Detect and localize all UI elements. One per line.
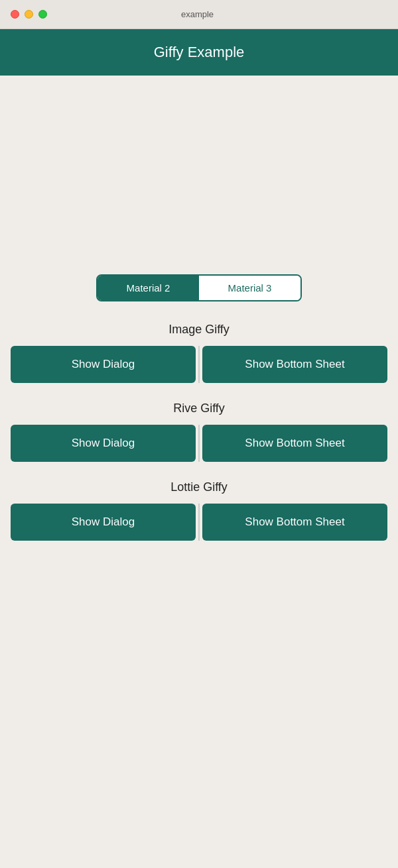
app-header: Giffy Example [0,29,398,76]
rive-giffy-button-row: Show Dialog Show Bottom Sheet [11,425,387,462]
section-lottie-giffy-title: Lottie Giffy [11,480,387,494]
image-giffy-show-sheet-button[interactable]: Show Bottom Sheet [202,346,387,383]
tab-material2[interactable]: Material 2 [98,276,199,300]
content-area: Material 2 Material 3 Image Giffy Show D… [0,76,398,572]
section-image-giffy: Image Giffy Show Dialog Show Bottom Shee… [11,323,387,383]
window-title: example [7,9,387,19]
rive-giffy-show-dialog-button[interactable]: Show Dialog [11,425,196,462]
section-image-giffy-title: Image Giffy [11,323,387,337]
divider [198,425,200,462]
section-lottie-giffy: Lottie Giffy Show Dialog Show Bottom She… [11,480,387,541]
tab-group: Material 2 Material 3 [96,274,302,301]
window-chrome: example [0,0,398,29]
image-giffy-button-row: Show Dialog Show Bottom Sheet [11,346,387,383]
rive-giffy-show-sheet-button[interactable]: Show Bottom Sheet [202,425,387,462]
section-rive-giffy-title: Rive Giffy [11,402,387,415]
lottie-giffy-button-row: Show Dialog Show Bottom Sheet [11,504,387,541]
app-title: Giffy Example [154,44,245,61]
divider [198,346,200,383]
image-giffy-show-dialog-button[interactable]: Show Dialog [11,346,196,383]
section-rive-giffy: Rive Giffy Show Dialog Show Bottom Sheet [11,402,387,462]
lottie-giffy-show-dialog-button[interactable]: Show Dialog [11,504,196,541]
lottie-giffy-show-sheet-button[interactable]: Show Bottom Sheet [202,504,387,541]
tab-material3[interactable]: Material 3 [199,276,300,300]
divider [198,504,200,541]
